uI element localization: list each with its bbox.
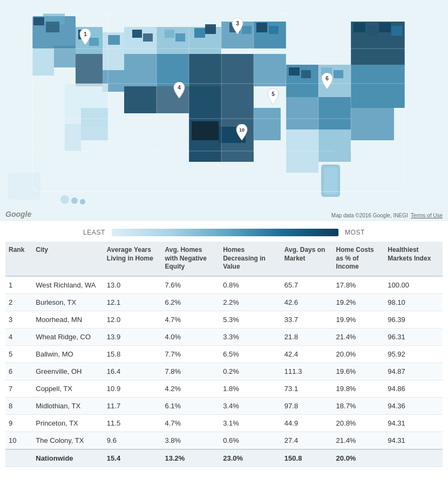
nationwide-index <box>384 449 443 467</box>
cell-days: 111.3 <box>281 362 333 380</box>
cell-costs: 19.8% <box>333 380 385 397</box>
cell-decr-value: 0.2% <box>220 362 281 380</box>
cell-costs: 20.0% <box>333 345 385 362</box>
cell-avg-years: 16.4 <box>104 362 162 380</box>
svg-rect-39 <box>46 22 59 32</box>
svg-rect-6 <box>76 54 103 86</box>
cell-index: 94.87 <box>384 362 443 380</box>
legend: LEAST MOST <box>0 221 448 242</box>
cell-city: Coppell, TX <box>32 380 104 397</box>
cell-days: 73.1 <box>281 380 333 397</box>
cell-rank: 2 <box>5 293 32 311</box>
cell-rank: 8 <box>5 397 32 414</box>
svg-rect-51 <box>256 23 267 32</box>
data-table-container: Rank City Average Years Living in Home A… <box>0 242 448 467</box>
svg-rect-25 <box>221 86 254 119</box>
cell-index: 94.36 <box>384 397 443 414</box>
cell-city: The Colony, TX <box>32 432 104 449</box>
cell-costs: 17.8% <box>333 276 385 294</box>
table-row: 9 Princeton, TX 11.5 4.7% 3.1% 44.9 20.8… <box>5 414 443 432</box>
table-row: 6 Greenville, OH 16.4 7.8% 0.2% 111.3 19… <box>5 362 443 380</box>
svg-text:1: 1 <box>84 31 87 37</box>
cell-index: 94.31 <box>384 432 443 449</box>
header-rank: Rank <box>5 242 32 276</box>
cell-decr-value: 1.8% <box>220 380 281 397</box>
svg-rect-56 <box>334 70 343 78</box>
svg-rect-61 <box>192 121 219 140</box>
header-neg-equity: Avg. Homes with Negative Equity <box>162 242 220 276</box>
cell-days: 44.9 <box>281 414 333 432</box>
svg-rect-47 <box>194 28 205 38</box>
cell-neg-equity: 7.7% <box>162 345 220 362</box>
nationwide-label: Nationwide <box>32 449 104 467</box>
cell-decr-value: 3.1% <box>220 414 281 432</box>
table-row: 5 Ballwin, MO 15.8 7.7% 6.5% 42.4 20.0% … <box>5 345 443 362</box>
svg-rect-23 <box>254 54 286 86</box>
svg-rect-65 <box>8 173 40 200</box>
svg-text:3: 3 <box>236 20 239 26</box>
svg-rect-31 <box>286 97 318 129</box>
svg-rect-36 <box>351 65 405 108</box>
svg-rect-32 <box>318 97 351 129</box>
svg-text:4: 4 <box>178 85 181 91</box>
cell-neg-equity: 3.8% <box>162 432 220 449</box>
svg-rect-21 <box>189 54 221 86</box>
cell-index: 95.92 <box>384 345 443 362</box>
map-section: 1 3 4 5 6 10 Google Map data ©20 <box>0 0 448 221</box>
map-pin-5[interactable]: 5 <box>266 88 281 107</box>
cell-decr-value: 2.2% <box>220 293 281 311</box>
cell-city: Moorhead, MN <box>32 311 104 328</box>
svg-rect-44 <box>143 33 153 42</box>
cell-index: 98.10 <box>384 293 443 311</box>
cell-rank: 5 <box>5 345 32 362</box>
cell-neg-equity: 4.2% <box>162 380 220 397</box>
svg-rect-14 <box>124 54 157 86</box>
cell-index: 94.31 <box>384 414 443 432</box>
nationwide-avg-years: 15.4 <box>104 449 162 467</box>
table-row: 7 Coppell, TX 10.9 4.2% 1.8% 73.1 19.8% … <box>5 380 443 397</box>
cell-neg-equity: 6.2% <box>162 293 220 311</box>
svg-text:10: 10 <box>239 127 245 133</box>
cell-index: 96.39 <box>384 311 443 328</box>
cell-city: Princeton, TX <box>32 414 104 432</box>
svg-rect-59 <box>379 23 391 32</box>
svg-rect-24 <box>189 86 221 119</box>
map-pin-3[interactable]: 3 <box>230 18 245 36</box>
cell-avg-years: 11.5 <box>104 414 162 432</box>
svg-rect-37 <box>351 108 394 140</box>
cell-costs: 19.2% <box>333 293 385 311</box>
header-index: Healthiest Markets Index <box>384 242 443 276</box>
cell-neg-equity: 7.6% <box>162 276 220 294</box>
nationwide-row: Nationwide 15.4 13.2% 23.0% 150.8 20.0% <box>5 449 443 467</box>
map-pin-6[interactable]: 6 <box>320 73 335 91</box>
cell-decr-value: 0.8% <box>220 276 281 294</box>
svg-text:5: 5 <box>272 91 275 97</box>
header-city: City <box>32 242 104 276</box>
legend-least-label: LEAST <box>83 229 105 236</box>
cell-neg-equity: 7.8% <box>162 362 220 380</box>
table-header-row: Rank City Average Years Living in Home A… <box>5 242 443 276</box>
cell-costs: 19.9% <box>333 311 385 328</box>
legend-most-label: MOST <box>345 229 365 236</box>
cell-avg-years: 12.0 <box>104 311 162 328</box>
cell-decr-value: 0.6% <box>220 432 281 449</box>
cell-decr-value: 6.5% <box>220 345 281 362</box>
map-pin-4[interactable]: 4 <box>172 82 187 100</box>
cell-rank: 1 <box>5 276 32 294</box>
svg-rect-34 <box>318 129 351 162</box>
svg-rect-10 <box>81 108 108 140</box>
cell-avg-years: 12.1 <box>104 293 162 311</box>
svg-rect-54 <box>301 70 311 78</box>
map-pin-10[interactable]: 10 <box>234 124 249 142</box>
nationwide-neg-equity: 13.2% <box>162 449 220 467</box>
cell-days: 42.6 <box>281 293 333 311</box>
map-pin-1[interactable]: 1 <box>78 29 93 47</box>
svg-rect-28 <box>254 108 281 140</box>
nationwide-days: 150.8 <box>281 449 333 467</box>
cell-city: Ballwin, MO <box>32 345 104 362</box>
nationwide-decr-value: 23.0% <box>220 449 281 467</box>
svg-rect-22 <box>221 54 254 86</box>
cell-rank: 9 <box>5 414 32 432</box>
table-row: 3 Moorhead, MN 12.0 4.7% 5.3% 33.7 19.9%… <box>5 311 443 328</box>
map-attribution: Map data ©2016 Google, INEGI Terms of Us… <box>331 213 443 218</box>
